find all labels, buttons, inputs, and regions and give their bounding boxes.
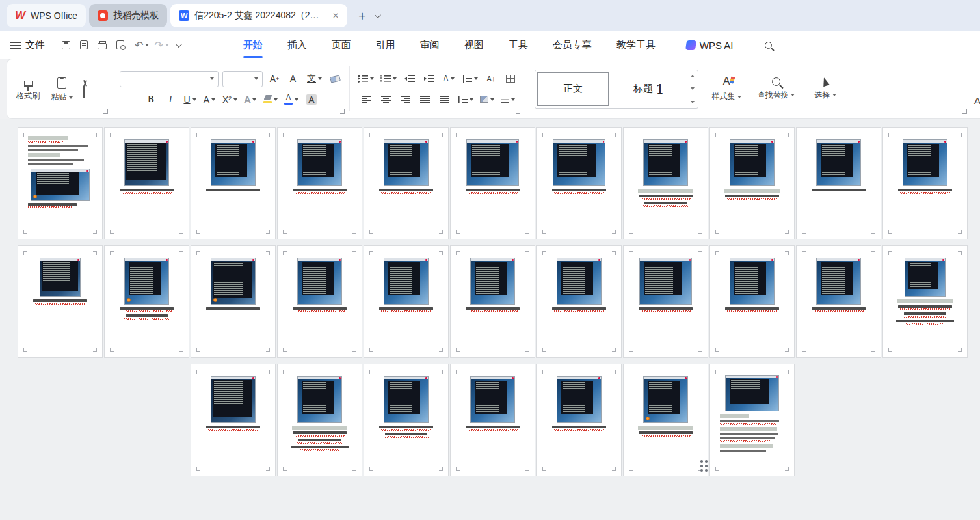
superscript-button[interactable]: X²	[221, 92, 239, 107]
page-thumbnail[interactable]	[623, 364, 708, 476]
underline-button[interactable]: U	[182, 92, 198, 107]
styles-expander-icon[interactable]	[962, 109, 967, 114]
page-thumbnail[interactable]	[796, 245, 881, 358]
align-left-button[interactable]	[358, 92, 374, 107]
page-thumbnail[interactable]	[364, 364, 449, 476]
italic-button[interactable]: I	[163, 92, 178, 107]
page-thumbnail[interactable]	[364, 127, 449, 239]
file-menu[interactable]: 文件	[25, 39, 45, 51]
toolbar-options-chevron-icon[interactable]	[176, 43, 180, 48]
font-expander-icon[interactable]	[340, 109, 345, 114]
tab-references[interactable]: 引用	[375, 36, 397, 54]
gallery-more-icon[interactable]	[687, 95, 698, 107]
asian-layout-button[interactable]	[460, 71, 479, 87]
justify-button[interactable]	[417, 92, 432, 107]
decrease-indent-button[interactable]	[402, 71, 417, 87]
undo-button[interactable]: ↶	[135, 39, 149, 51]
format-painter-button[interactable]: 格式刷	[11, 64, 45, 115]
align-right-button[interactable]	[397, 92, 413, 107]
highlight-color-button[interactable]	[262, 92, 279, 107]
copy-button[interactable]	[80, 87, 85, 98]
page-thumbnail[interactable]	[709, 245, 795, 358]
numbering-button[interactable]	[379, 71, 398, 87]
page-thumbnail[interactable]	[191, 127, 276, 239]
tab-review[interactable]: 审阅	[419, 36, 441, 54]
select-button[interactable]: 选择	[804, 64, 847, 115]
decrease-font-button[interactable]: A-	[286, 71, 302, 87]
close-tab-icon[interactable]: ✕	[332, 11, 339, 20]
paste-button[interactable]: 粘贴	[45, 64, 79, 115]
page-thumbnail[interactable]	[277, 245, 362, 358]
text-direction-button[interactable]: A	[441, 71, 457, 87]
page-thumbnail[interactable]	[191, 364, 276, 476]
increase-indent-button[interactable]	[421, 71, 437, 87]
tab-page[interactable]: 页面	[330, 36, 352, 54]
font-size-select[interactable]	[222, 71, 263, 87]
page-thumbnail[interactable]	[364, 245, 449, 358]
increase-font-button[interactable]: A+	[267, 71, 282, 87]
wps-ai-button[interactable]: WPS AI	[686, 40, 734, 51]
tab-document[interactable]: W 信2205-2 艾鑫 20224082（2）.d ✕	[170, 4, 347, 27]
style-heading-1[interactable]: 标题 1	[611, 70, 687, 108]
tab-insert[interactable]: 插入	[286, 36, 308, 54]
page-thumbnail[interactable]	[191, 245, 276, 358]
gallery-scroll-down-icon[interactable]	[687, 83, 698, 95]
page-thumbnail[interactable]	[536, 127, 622, 239]
hamburger-icon[interactable]	[10, 42, 21, 49]
new-tab-button[interactable]: ＋	[351, 7, 373, 24]
tab-tools[interactable]: 工具	[507, 36, 529, 54]
page-thumbnail[interactable]	[623, 245, 708, 358]
page-thumbnail[interactable]	[277, 127, 362, 239]
clipboard-expander-icon[interactable]	[103, 109, 108, 114]
bullets-button[interactable]	[356, 71, 375, 87]
tab-home[interactable]: 开始	[242, 36, 264, 54]
font-name-select[interactable]	[120, 71, 219, 87]
page-thumbnail[interactable]	[450, 245, 535, 358]
export-button[interactable]	[75, 36, 93, 53]
paragraph-expander-icon[interactable]	[516, 109, 520, 114]
gallery-scroll-up-icon[interactable]	[687, 70, 698, 83]
tab-teaching-tools[interactable]: 教学工具	[615, 36, 657, 54]
grid-settings-button[interactable]	[503, 71, 518, 87]
print-preview-button[interactable]	[111, 36, 129, 53]
page-thumbnail[interactable]	[536, 245, 622, 358]
phonetic-guide-button[interactable]: 文	[306, 71, 323, 87]
page-thumbnail[interactable]	[18, 127, 103, 239]
character-shading-button[interactable]: A	[304, 92, 319, 107]
shading-button[interactable]	[479, 92, 496, 107]
page-thumbnail[interactable]	[18, 245, 103, 358]
tab-wps-office[interactable]: W WPS Office	[7, 4, 86, 27]
page-thumbnail[interactable]	[450, 364, 535, 476]
tab-docer-templates[interactable]: 找稻壳模板	[89, 4, 167, 27]
tab-view[interactable]: 视图	[463, 36, 485, 54]
search-button[interactable]	[760, 36, 778, 53]
style-set-button[interactable]: A 样式集	[705, 64, 748, 115]
page-thumbnail[interactable]	[623, 127, 708, 239]
clear-format-button[interactable]	[327, 71, 343, 87]
page-thumbnail[interactable]	[104, 245, 189, 358]
distribute-button[interactable]	[436, 92, 452, 107]
tab-membership[interactable]: 会员专享	[551, 36, 593, 54]
text-effects-button[interactable]: A	[243, 92, 258, 107]
strikethrough-button[interactable]: A	[202, 92, 217, 107]
font-color-button[interactable]: A	[283, 92, 300, 107]
bold-button[interactable]: B	[143, 92, 159, 107]
page-thumbnail[interactable]	[709, 127, 795, 239]
sort-button[interactable]: A↓	[483, 71, 499, 87]
page-thumbnail[interactable]	[536, 364, 622, 476]
drag-handle[interactable]	[700, 460, 708, 472]
line-spacing-button[interactable]	[456, 92, 475, 107]
style-normal[interactable]: 正文	[535, 70, 611, 108]
page-thumbnail[interactable]	[796, 127, 881, 239]
redo-button[interactable]: ↷	[154, 39, 168, 51]
tab-list-chevron-icon[interactable]	[375, 14, 379, 18]
align-center-button[interactable]	[378, 92, 393, 107]
page-thumbnail[interactable]	[104, 127, 189, 239]
page-thumbnail[interactable]	[882, 245, 968, 358]
print-button[interactable]	[93, 36, 111, 53]
find-replace-button[interactable]: 查找替换	[754, 64, 797, 115]
borders-button[interactable]	[499, 92, 516, 107]
save-button[interactable]	[57, 36, 75, 53]
document-area[interactable]	[0, 119, 980, 520]
clipped-ribbon-button[interactable]: A	[974, 95, 980, 106]
